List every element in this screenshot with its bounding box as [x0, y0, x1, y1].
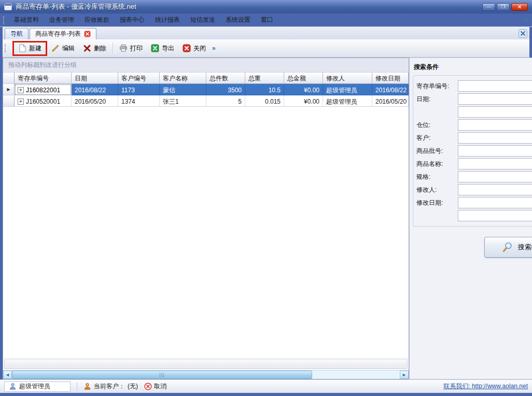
product-name-input[interactable]: [458, 158, 532, 169]
grid-empty-area: [3, 107, 409, 358]
column-header-0[interactable]: 寄存单编号: [15, 73, 72, 84]
cell-总件数[interactable]: 3500: [206, 84, 245, 95]
field-control-date-from: [458, 93, 532, 105]
column-header-1[interactable]: 日期: [72, 73, 118, 84]
toolbar-button-5[interactable]: 关闭: [178, 41, 210, 55]
warehouse-slot-input[interactable]: [458, 119, 532, 131]
cell-寄存单编号[interactable]: +J160822001: [15, 84, 72, 95]
column-header-5[interactable]: 总重: [245, 73, 284, 84]
cell-总金额[interactable]: ¥0.00: [284, 95, 323, 107]
cell-日期[interactable]: 2016/08/22: [72, 84, 118, 95]
menu-item-0[interactable]: 基础资料: [9, 13, 44, 26]
cell-总重[interactable]: 0.015: [245, 95, 284, 107]
tab-strip: 导航 商品寄存单-列表: [3, 27, 529, 39]
search-field-warehouse-slot: 仓位:…: [416, 119, 532, 131]
field-control-batch-no: [458, 145, 532, 157]
toolbar-button-0[interactable]: 新建: [12, 41, 47, 56]
field-label-spec: 规格:: [416, 173, 458, 181]
new-document-icon: [18, 44, 26, 52]
tab-navigation[interactable]: 导航: [5, 28, 29, 39]
column-header-6[interactable]: 总金额: [284, 73, 323, 84]
menu-item-4[interactable]: 统计报表: [150, 13, 185, 26]
toolbar-button-3[interactable]: 打印: [115, 41, 147, 55]
current-row-arrow-icon: ▶: [3, 84, 15, 95]
search-button[interactable]: 搜索(F): [484, 237, 532, 258]
toolbar-overflow-chevron-icon[interactable]: »: [210, 45, 218, 52]
cell-修改日期[interactable]: 2016/08/22: [372, 84, 409, 95]
search-fields-box: 寄存单编号:日期:仓位:…客户:商品批号:商品名称:规格:修改人:修改日期:: [413, 75, 532, 227]
window-title: 商品寄存单-列表 - 傲蓝冷库管理系统.net: [16, 2, 481, 11]
cell-value: 3500: [228, 87, 242, 94]
scroll-right-icon[interactable]: ►: [400, 371, 409, 379]
minimize-button[interactable]: —: [482, 3, 495, 11]
field-control-date-to: [458, 106, 532, 118]
column-header-2[interactable]: 客户编号: [118, 73, 160, 84]
scroll-left-icon[interactable]: ◄: [3, 371, 12, 379]
toolbar-button-2[interactable]: 删除: [79, 41, 110, 55]
current-customer-value: (无): [128, 382, 138, 391]
cell-value: 2016/08/22: [375, 87, 407, 94]
cell-客户名称[interactable]: 蒙信: [160, 84, 206, 95]
cell-总重[interactable]: 10.5: [245, 84, 284, 95]
field-control-spec: [458, 171, 532, 182]
menu-item-1[interactable]: 业务管理: [44, 13, 79, 26]
expand-row-icon[interactable]: +: [18, 98, 24, 105]
column-header-3[interactable]: 客户名称: [160, 73, 206, 84]
toolbar-button-label: 删除: [94, 44, 106, 53]
cell-value: 1374: [121, 98, 135, 105]
close-red-icon: [183, 44, 191, 52]
table-row[interactable]: ▶+J1608220012016/08/221173蒙信350010.5¥0.0…: [3, 84, 409, 95]
column-header-7[interactable]: 修改人: [323, 73, 372, 84]
batch-no-input[interactable]: [458, 145, 532, 157]
printer-icon: [119, 44, 128, 52]
deposit-no-input[interactable]: [458, 80, 532, 92]
menu-overflow-chevron-icon[interactable]: »: [522, 17, 530, 24]
menu-item-2[interactable]: 应收账款: [79, 13, 115, 26]
pencil-icon: [51, 44, 60, 52]
maximize-button[interactable]: ❐: [497, 3, 510, 11]
cell-value: 0.015: [265, 98, 281, 105]
cell-修改日期[interactable]: 2016/05/20: [372, 95, 409, 107]
cancel-customer-button[interactable]: 取消: [144, 382, 166, 391]
close-button[interactable]: ✕: [511, 3, 528, 11]
customer-input[interactable]: [458, 132, 532, 144]
field-control-product-name: [458, 158, 532, 169]
date-from-input[interactable]: [458, 93, 532, 105]
spec-input[interactable]: [458, 171, 532, 182]
cell-客户编号[interactable]: 1374: [118, 95, 160, 107]
cell-总件数[interactable]: 5: [206, 95, 245, 107]
tab-deposit-list[interactable]: 商品寄存单-列表: [30, 28, 96, 39]
cell-寄存单编号[interactable]: +J160520001: [15, 95, 72, 107]
toolbar-button-4[interactable]: 导出: [147, 41, 178, 55]
modifier-input[interactable]: [458, 184, 532, 195]
table-row[interactable]: +J1605200012016/05/201374张三150.015¥0.00超…: [3, 95, 409, 107]
group-by-bar[interactable]: 拖动列标题到这进行分组: [3, 58, 409, 73]
cell-日期[interactable]: 2016/05/20: [72, 95, 118, 107]
menu-item-3[interactable]: 报表中心: [115, 13, 150, 26]
cancel-label: 取消: [154, 382, 166, 391]
menu-item-7[interactable]: 窗口: [256, 13, 278, 26]
tab-close-icon[interactable]: [84, 31, 91, 37]
cell-修改人[interactable]: 超级管理员: [323, 95, 372, 107]
modify-date-from-input[interactable]: [458, 197, 532, 208]
date-to-input[interactable]: [458, 106, 532, 118]
expand-row-icon[interactable]: +: [18, 87, 24, 93]
cell-客户名称[interactable]: 张三1: [160, 95, 206, 107]
column-header-8[interactable]: 修改日期: [372, 73, 409, 84]
tabstrip-close-icon[interactable]: [519, 29, 527, 38]
horizontal-scrollbar[interactable]: ◄ ||| ►: [3, 370, 409, 379]
column-header-4[interactable]: 总件数: [206, 73, 245, 84]
cell-总金额[interactable]: ¥0.00: [284, 84, 323, 95]
cell-修改人[interactable]: 超级管理员: [323, 84, 372, 95]
toolbar-button-1[interactable]: 编辑: [47, 41, 79, 55]
app-icon: [4, 3, 12, 11]
scrollbar-thumb[interactable]: |||: [12, 371, 312, 379]
modify-date-to-input[interactable]: [458, 210, 532, 221]
contact-us-link[interactable]: 联系我们: http://www.aolan.net: [443, 382, 528, 391]
scrollbar-track[interactable]: [312, 371, 400, 379]
cell-value: 1173: [121, 87, 135, 94]
field-label-modifier: 修改人:: [416, 186, 458, 194]
menu-item-6[interactable]: 系统设置: [220, 13, 256, 26]
menu-item-5[interactable]: 短信发送: [185, 13, 220, 26]
cell-客户编号[interactable]: 1173: [118, 84, 160, 95]
